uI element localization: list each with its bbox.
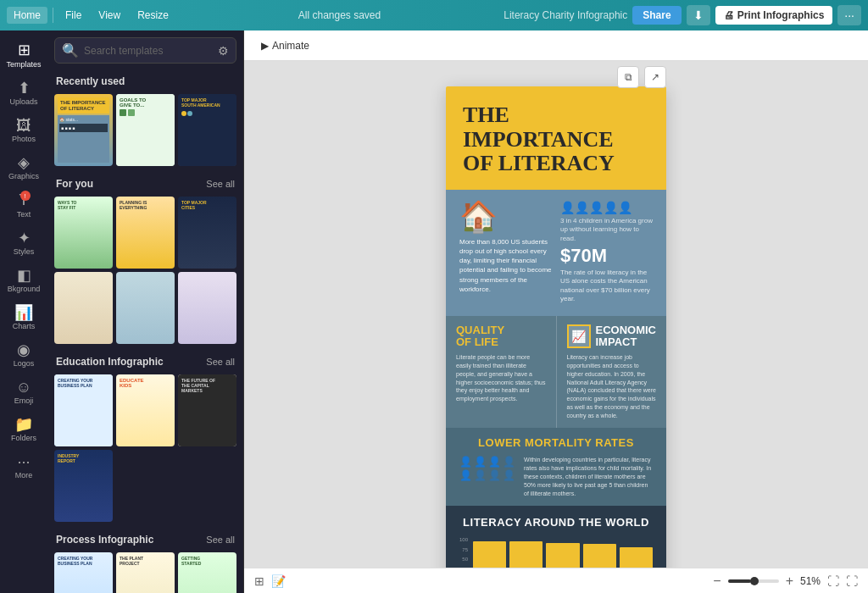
filter-icon[interactable]: ⚙ <box>218 44 229 58</box>
bkground-label: Bkground <box>8 285 41 293</box>
bars-container: UK US Singapore China Iran <box>473 537 653 568</box>
toolbar-home-btn[interactable]: Home <box>7 7 47 24</box>
zoom-dot <box>750 577 759 585</box>
for-you-see-all[interactable]: See all <box>206 179 235 189</box>
toolbar-view-btn[interactable]: View <box>92 7 127 24</box>
copy-button[interactable]: ⧉ <box>617 66 639 88</box>
sidebar-icons: ⊞ Templates ⬆ Uploads 🖼 Photos ◈ Graphic… <box>0 30 47 593</box>
toolbar-filename: All changes saved <box>298 9 381 21</box>
search-input[interactable] <box>84 45 213 57</box>
for-you-thumb-1[interactable]: WAYS TOSTAY FIT <box>54 197 113 269</box>
bar-singapore-fill <box>546 543 579 568</box>
big-stat: $70M <box>560 247 653 265</box>
share-button[interactable]: Share <box>632 6 681 25</box>
proc-thumb-3[interactable]: GETTINGSTARTED <box>178 552 236 593</box>
more-label: More <box>15 471 33 479</box>
for-you-thumb-2[interactable]: PLANNING ISEVERYTHING <box>116 197 175 269</box>
proc-thumb-2[interactable]: THE PLANTPROJECT <box>116 552 175 593</box>
bottom-left: ⊞ 📝 <box>254 574 286 588</box>
templates-icon: ⊞ <box>18 42 31 58</box>
stat-note: 3 in 4 children in America grow up witho… <box>560 217 653 243</box>
for-you-thumb-3[interactable]: TOP MAJORCITIES <box>178 197 236 269</box>
bar-iran-fill <box>620 547 653 568</box>
person-8: 👤 <box>503 469 515 481</box>
education-section: Education Infographic See all CREATING Y… <box>47 351 243 525</box>
more-options-button[interactable]: ··· <box>837 5 861 25</box>
bar-singapore <box>546 537 579 568</box>
animate-button[interactable]: ▶ Animate <box>254 36 316 55</box>
animate-label: Animate <box>272 40 309 52</box>
sidebar-item-bkground[interactable]: ◧ Bkground <box>3 263 44 298</box>
eco-title: ECONOMICIMPACT <box>596 324 657 349</box>
mortality-text: Within developing countries in particula… <box>524 456 653 497</box>
zoom-bar[interactable] <box>728 579 779 583</box>
canvas-area: ▶ Animate ⧉ ↗ THE IMPORTANCE OF L <box>244 30 868 593</box>
toolbar-file-btn[interactable]: File <box>58 7 88 24</box>
sidebar-item-more[interactable]: ··· More <box>3 449 44 485</box>
infographic-wrapper: ⧉ ↗ THE IMPORTANCE OF LITERACY <box>446 86 666 568</box>
sidebar-item-folders[interactable]: 📁 Folders <box>3 412 44 447</box>
notes-button[interactable]: 📝 <box>271 574 286 588</box>
emoji-icon: ☺ <box>16 380 31 395</box>
logos-icon: ◉ <box>17 342 31 357</box>
folders-icon: 📁 <box>14 417 33 432</box>
y-50: 50 <box>462 557 468 562</box>
for-you-thumb-5[interactable] <box>116 272 175 344</box>
infographic-header: THE IMPORTANCE OF LITERACY <box>446 86 666 190</box>
styles-label: Styles <box>14 247 35 256</box>
stat-desc: The rate of low literacy in the US alone… <box>560 269 653 304</box>
zoom-out-button[interactable]: − <box>713 574 721 589</box>
zoom-bar-fill <box>728 579 751 583</box>
print-button[interactable]: 🖨 Print Infographics <box>715 6 833 25</box>
toolbar-resize-btn[interactable]: Resize <box>131 7 175 24</box>
sidebar-item-templates[interactable]: ⊞ Templates <box>3 37 44 74</box>
person-7: 👤 <box>488 469 501 481</box>
sidebar-item-logos[interactable]: ◉ Logos <box>3 337 44 373</box>
education-see-all[interactable]: See all <box>206 357 235 367</box>
mortality-content: 👤 👤 👤 👤 👤 👤 👤 👤 Within developing countr… <box>459 456 653 497</box>
template-thumb-1[interactable]: GOALS TOGIVE TO... <box>116 94 175 166</box>
edu-thumb-4[interactable]: INDUSTRYREPORT <box>54 450 113 522</box>
text-label: Text <box>17 210 31 219</box>
infographic: THE IMPORTANCE OF LITERACY 🏠 More than 8… <box>446 86 666 568</box>
sidebar-item-graphics[interactable]: ◈ Graphics <box>3 150 44 186</box>
zoom-in-button[interactable]: + <box>786 574 793 589</box>
toolbar-center: All changes saved <box>179 9 500 21</box>
edu-thumb-2[interactable]: EDUCATEKIDS <box>116 374 175 446</box>
process-grid: CREATING YOURBUSINESS PLAN THE PLANTPROJ… <box>47 549 243 593</box>
process-see-all[interactable]: See all <box>206 535 235 545</box>
template-thumb-2[interactable]: TOP MAJORSOUTH AMERICAN <box>178 94 236 166</box>
sidebar-item-emoji[interactable]: ☺ Emoji <box>3 374 44 410</box>
sidebar-item-styles[interactable]: ✦ Styles <box>3 225 44 261</box>
template-thumb-literacy[interactable]: THE IMPORTANCEOF LITERACY 🏠 stats... ■ ■… <box>54 94 113 166</box>
print-label: Print Infographics <box>737 9 825 21</box>
sidebar-item-photos[interactable]: 🖼 Photos <box>3 113 44 148</box>
bottom-bar: ⊞ 📝 − + 51% ⛶ ⛶ <box>244 568 868 593</box>
grid-view-button[interactable]: ⊞ <box>254 574 264 588</box>
download-button[interactable]: ⬇ <box>687 5 710 25</box>
fit-to-screen-button[interactable]: ⛶ <box>827 574 839 588</box>
export-button[interactable]: ↗ <box>644 66 666 88</box>
edu-thumb-3[interactable]: THE FUTURE OFTHE CAPITALMARKETS <box>178 374 236 446</box>
canvas-scroll[interactable]: ⧉ ↗ THE IMPORTANCE OF LITERACY <box>244 61 868 568</box>
world-title: LITERACY AROUND THE WORLD <box>459 516 653 529</box>
print-icon: 🖨 <box>724 9 734 21</box>
proc-thumb-1[interactable]: CREATING YOURBUSINESS PLAN <box>54 552 113 593</box>
sidebar-item-charts[interactable]: 📊 Charts <box>3 300 44 335</box>
stats-description: More than 8,000 US students drop out of … <box>459 237 552 294</box>
sidebar-item-uploads[interactable]: ⬆ Uploads <box>3 75 44 111</box>
logos-label: Logos <box>14 359 35 368</box>
eco-chart-icon: 📈 <box>567 324 591 348</box>
process-section: Process Infographic See all CREATING YOU… <box>47 529 243 593</box>
process-header: Process Infographic See all <box>47 529 243 549</box>
person-1: 👤 <box>459 456 472 468</box>
for-you-thumb-4[interactable] <box>54 272 113 344</box>
search-bar[interactable]: 🔍 ⚙ <box>54 37 236 64</box>
bottom-right: − + 51% ⛶ ⛶ <box>713 574 858 589</box>
sidebar-item-text[interactable]: T ! Text <box>3 187 44 224</box>
mortality-section: LOWER MORTALITY RATES 👤 👤 👤 👤 👤 👤 👤 � <box>446 428 666 506</box>
recently-used-section: Recently used THE IMPORTANCEOF LITERACY … <box>47 70 243 169</box>
edu-thumb-1[interactable]: CREATING YOURBUSINESS PLAN <box>54 374 113 446</box>
for-you-thumb-6[interactable] <box>178 272 236 344</box>
fullscreen-button[interactable]: ⛶ <box>846 574 858 588</box>
